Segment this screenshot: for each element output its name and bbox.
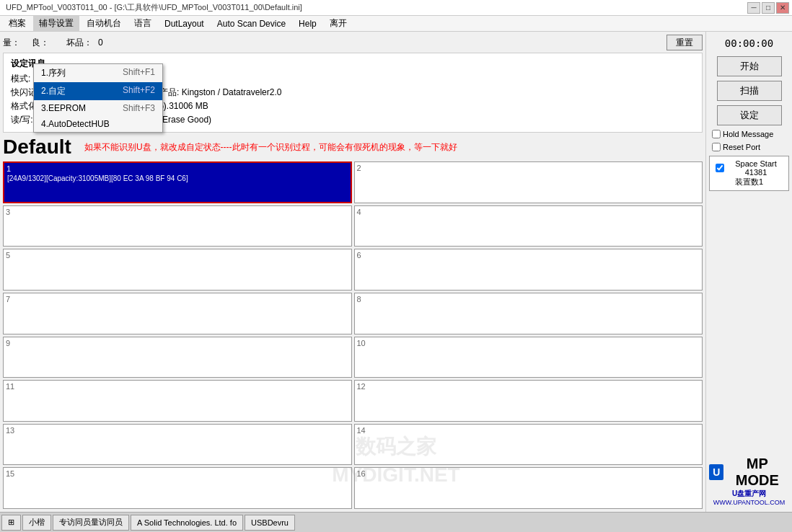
space-start-box: Space Start 41381 装置数1: [709, 156, 789, 191]
slot-label-6: 6: [357, 251, 361, 260]
upantool-url: WWW.UPANTOOL.COM: [709, 499, 789, 506]
taskbar-label-4: USBDevru: [251, 518, 289, 527]
slot-label-16: 16: [357, 469, 366, 478]
taskbar-item-1[interactable]: 小楷: [22, 515, 51, 531]
slot-label-1: 1: [6, 164, 11, 173]
slot-label-7: 7: [6, 295, 10, 303]
maximize-button[interactable]: □: [762, 2, 775, 14]
dropdown-item-label: 1.序列: [41, 67, 66, 79]
menu-help[interactable]: Help: [293, 17, 322, 30]
right-panel: 00:00:00 开始 扫描 设定 Hold Message Reset Por…: [705, 32, 792, 512]
title-bar: UFD_MPTool_V003T011_00 - [G:\工具软件\UFD_MP…: [0, 0, 792, 16]
device-slot-3[interactable]: 3: [3, 205, 352, 247]
device-slot-2[interactable]: 2: [354, 161, 703, 203]
main-layout: 量： 良： 坏品： 0 重置 设定讯息 模式: 量产 VID / PID : 2…: [0, 32, 792, 512]
space-start-label: Space Start 41381: [726, 159, 786, 177]
menu-autoscan[interactable]: Auto Scan Device: [211, 17, 291, 30]
dropdown-item-shortcut: Shift+F1: [123, 67, 155, 79]
dropdown-item-label: 2.自定: [41, 85, 66, 97]
slot-label-12: 12: [357, 382, 366, 391]
start-button[interactable]: 开始: [717, 56, 782, 76]
taskbar-item-2[interactable]: 专访同员量访同员: [53, 515, 129, 531]
device-slot-4[interactable]: 4: [354, 205, 703, 247]
mp-mode-text: MP MODE: [725, 456, 789, 489]
device-slot-11[interactable]: 11: [3, 380, 352, 422]
dropdown-menu: 1.序列Shift+F12.自定Shift+F23.EEPROMShift+F3…: [33, 63, 163, 133]
slot-content-1: [24A9/1302][Capacity:31005MB][80 EC 3A 9…: [7, 164, 348, 182]
scan-button[interactable]: 扫描: [717, 81, 782, 101]
dropdown-item-shortcut: Shift+F2: [123, 85, 155, 97]
slot-label-4: 4: [357, 208, 361, 216]
bad-label: 坏品：: [66, 37, 92, 49]
taskbar-label-1: 小楷: [29, 517, 45, 528]
slot-label-9: 9: [6, 339, 10, 347]
device-slot-9[interactable]: 9: [3, 337, 352, 378]
dropdown-item-2.自定[interactable]: 2.自定Shift+F2: [34, 82, 162, 100]
window-controls: ─ □ ✕: [747, 2, 789, 14]
device-slot-10[interactable]: 10: [354, 337, 703, 378]
menu-dutlayout[interactable]: DutLayout: [159, 17, 210, 30]
default-label: Default: [3, 136, 71, 159]
menu-language[interactable]: 语言: [128, 16, 157, 31]
dropdown-item-1.序列[interactable]: 1.序列Shift+F1: [34, 64, 162, 82]
taskbar-item-3[interactable]: A Solid Technologies. Ltd. fo: [131, 515, 243, 531]
dropdown-item-label: 4.AutoDetectHUB: [41, 119, 110, 129]
device-slot-6[interactable]: 6: [354, 249, 703, 291]
space-start-checkbox[interactable]: [716, 164, 724, 172]
hold-message-row: Hold Message: [709, 130, 789, 138]
install-count: 装置数1: [713, 177, 786, 187]
good-label: 良：: [32, 37, 49, 49]
menu-exit[interactable]: 离开: [324, 16, 353, 31]
warning-row: Default 如果不能识别U盘，就改成自定状态----此时有一个识别过程，可能…: [3, 136, 703, 159]
taskbar-start[interactable]: ⊞: [1, 515, 21, 531]
slot-label-15: 15: [6, 469, 14, 478]
taskbar: ⊞ 小楷 专访同员量访同员 A Solid Technologies. Ltd.…: [0, 512, 792, 532]
menu-bar: 档案 辅导设置 自动机台 语言 DutLayout Auto Scan Devi…: [0, 16, 792, 32]
dropdown-item-label: 3.EEPROM: [41, 103, 86, 113]
slot-label-10: 10: [357, 339, 366, 347]
slot-label-14: 14: [357, 426, 366, 435]
device-slot-7[interactable]: 7: [3, 293, 352, 334]
taskbar-item-4[interactable]: USBDevru: [245, 515, 295, 531]
device-slot-5[interactable]: 5: [3, 249, 352, 291]
wizard-dropdown: 1.序列Shift+F12.自定Shift+F23.EEPROMShift+F3…: [33, 63, 163, 133]
taskbar-label-3: A Solid Technologies. Ltd. fo: [137, 518, 237, 527]
close-button[interactable]: ✕: [776, 2, 789, 14]
upantool-text: U盘重产网: [709, 489, 789, 499]
slot-label-8: 8: [357, 295, 361, 303]
minimize-button[interactable]: ─: [747, 2, 760, 14]
bad-value: 0: [98, 37, 103, 48]
dropdown-item-4.AutoDetectHUB[interactable]: 4.AutoDetectHUB: [34, 116, 162, 132]
settings-button[interactable]: 设定: [717, 105, 782, 125]
mp-mode-display: U MP MODE: [709, 456, 789, 489]
hold-message-checkbox[interactable]: [712, 130, 721, 138]
quantity-label: 量：: [3, 37, 20, 49]
device-slot-13[interactable]: 13: [3, 424, 352, 466]
dropdown-item-shortcut: Shift+F3: [123, 103, 155, 113]
menu-wizard[interactable]: 辅导设置: [33, 16, 79, 31]
warning-text: 如果不能识别U盘，就改成自定状态----此时有一个识别过程，可能会有假死机的现象…: [84, 141, 703, 154]
device-slot-8[interactable]: 8: [354, 293, 703, 334]
taskbar-label-2: 专访同员量访同员: [59, 517, 123, 528]
device-slot-16[interactable]: 16: [354, 467, 703, 509]
reset-port-checkbox[interactable]: [712, 143, 721, 151]
device-slot-14[interactable]: 14: [354, 424, 703, 466]
device-slot-1[interactable]: 1[24A9/1302][Capacity:31005MB][80 EC 3A …: [3, 161, 352, 203]
timer-display: 00:00:00: [725, 37, 773, 49]
dropdown-item-3.EEPROM[interactable]: 3.EEPROMShift+F3: [34, 100, 162, 116]
slot-label-13: 13: [6, 426, 14, 435]
u-icon: U: [709, 464, 723, 480]
reset-port-row: Reset Port: [709, 143, 789, 151]
menu-auto[interactable]: 自动机台: [81, 16, 127, 31]
menu-file[interactable]: 档案: [3, 16, 32, 31]
reset-port-label: Reset Port: [723, 143, 760, 151]
hold-message-label: Hold Message: [723, 130, 773, 138]
window-title: UFD_MPTool_V003T011_00 - [G:\工具软件\UFD_MP…: [6, 2, 302, 13]
slot-label-3: 3: [6, 208, 10, 216]
reset-button[interactable]: 重置: [666, 35, 703, 50]
device-slot-15[interactable]: 15: [3, 467, 352, 509]
device-slot-12[interactable]: 12: [354, 380, 703, 422]
device-grid: 1[24A9/1302][Capacity:31005MB][80 EC 3A …: [3, 161, 703, 509]
slot-label-11: 11: [6, 382, 14, 391]
slot-label-5: 5: [6, 251, 10, 260]
